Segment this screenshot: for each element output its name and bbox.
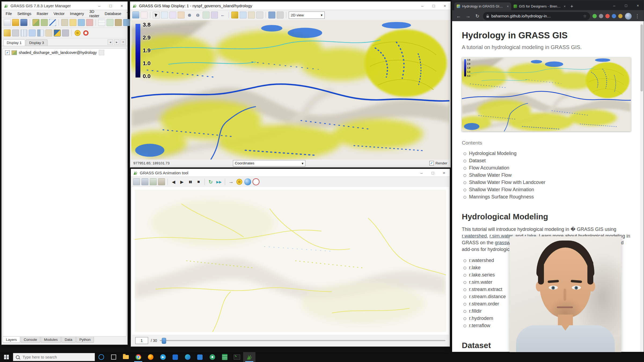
add-multiple-layers-icon[interactable] [61, 19, 68, 26]
digitize-icon[interactable] [4, 29, 11, 36]
chrome-button[interactable] [132, 352, 144, 362]
mapswipe-icon[interactable] [37, 29, 44, 36]
import-vector-icon[interactable] [123, 19, 130, 26]
layer-manager-titlebar[interactable]: GRASS GIS 7.8.3 Layer Manager – □ × [2, 2, 127, 10]
minimize-button[interactable]: – [417, 2, 428, 10]
contents-item[interactable]: Mannings Surface Roughness [462, 194, 631, 200]
add-group-icon[interactable] [69, 19, 76, 26]
graphical-modeler-icon[interactable] [29, 29, 36, 36]
edge-button[interactable] [181, 352, 194, 362]
select-features-icon[interactable] [161, 12, 168, 19]
code-editor-button[interactable] [194, 352, 206, 362]
close-button[interactable]: × [116, 2, 127, 10]
menu-settings[interactable]: Settings [15, 11, 34, 17]
import-raster-icon[interactable] [115, 19, 122, 26]
tab-scroll-right-button[interactable]: ▸ [114, 39, 119, 45]
new-tab-button[interactable]: + [568, 3, 576, 10]
open-workspace-icon[interactable] [12, 19, 19, 26]
mail-button[interactable] [169, 352, 181, 362]
task-view-button[interactable] [107, 352, 120, 362]
save-workspace-icon[interactable] [20, 19, 27, 26]
close-button[interactable]: × [438, 169, 450, 176]
link-r-watershed[interactable]: r.watershed [462, 233, 487, 239]
maximize-button[interactable]: □ [620, 1, 632, 10]
add-legend-icon[interactable] [248, 12, 255, 19]
stop-button[interactable]: ■ [195, 178, 202, 185]
pointer-icon[interactable] [153, 12, 160, 19]
profile-avatar[interactable] [625, 13, 632, 20]
tab-display-1[interactable]: Display 1 [3, 39, 25, 46]
extension-icon-5[interactable] [618, 14, 623, 18]
tab-console[interactable]: Console [21, 337, 41, 343]
maximize-button[interactable]: □ [428, 2, 439, 10]
remove-layer-icon[interactable] [86, 19, 93, 26]
statusbar-mode-select[interactable]: Coordinates ▾ [233, 160, 305, 167]
render-view-icon[interactable] [244, 178, 251, 185]
link-r-sim-water[interactable]: r.sim.water [489, 233, 513, 239]
qgis-button[interactable] [206, 352, 218, 362]
spreadsheet-button[interactable] [218, 352, 231, 362]
tab-data[interactable]: Data [61, 337, 76, 343]
add-animation-icon[interactable] [133, 178, 140, 185]
browser-menu-button[interactable]: ⋮ [634, 12, 641, 20]
zoom-back-icon[interactable]: ← [219, 12, 226, 19]
pan-icon[interactable] [178, 12, 185, 19]
zoom-in-icon[interactable]: ⊕ [186, 12, 193, 19]
menu-database[interactable]: Database [102, 11, 124, 17]
contents-item[interactable]: Hydrological Modeling [462, 150, 631, 157]
menu-vector[interactable]: Vector [51, 11, 67, 17]
browser-scrollbar[interactable] [640, 21, 643, 352]
tab-python[interactable]: Python [76, 337, 94, 343]
extension-icon-3[interactable] [605, 14, 610, 18]
layer-row[interactable]: ✓ shaded_discharge_with_landcover@hydrol… [3, 49, 126, 57]
menu-file[interactable]: File [3, 11, 14, 17]
reload-animation-icon[interactable] [150, 178, 157, 185]
reload-button[interactable]: ↻ [474, 12, 481, 20]
zoom-region-icon[interactable] [211, 12, 218, 19]
loop-button[interactable]: ↻ [207, 178, 214, 185]
time-settings-icon[interactable] [253, 178, 259, 185]
file-explorer-button[interactable] [120, 352, 132, 362]
edit-animation-icon[interactable] [141, 178, 148, 185]
frame-slider[interactable] [160, 338, 445, 343]
north-arrow-icon[interactable] [256, 12, 263, 19]
grass-gis-button[interactable] [243, 352, 255, 362]
tab-close-icon[interactable]: × [564, 4, 566, 8]
address-bar[interactable]: baharmon.github.io/hydrology-in… ☆ [483, 12, 590, 20]
frame-number-input[interactable]: 1 [135, 337, 148, 344]
profile-icon[interactable] [240, 12, 247, 19]
analyze-icon[interactable] [12, 29, 19, 36]
contents-item[interactable]: Flow Accumulation [462, 165, 631, 171]
tab-display-3[interactable]: Display 3 [26, 39, 48, 46]
search-input[interactable] [22, 355, 92, 360]
tab-scroll-left-button[interactable]: ◂ [108, 39, 113, 45]
animation-titlebar[interactable]: GRASS GIS Animation tool – □ × [131, 169, 450, 177]
browser-tab-hydrology[interactable]: Hydrology in GRASS GIS – Brend… × [454, 2, 511, 10]
zoom-out-icon[interactable]: ⊖ [194, 12, 201, 19]
modeler-icon[interactable] [107, 19, 114, 26]
menu-raster[interactable]: Raster [34, 11, 51, 17]
contents-item[interactable]: Dataset [462, 157, 631, 164]
cortana-button[interactable] [95, 352, 107, 362]
previous-frame-button[interactable]: ◀ [170, 178, 177, 185]
save-display-icon[interactable] [268, 12, 275, 19]
minimize-button[interactable]: – [416, 169, 427, 176]
map-display-titlebar[interactable]: GRASS GIS Map Display: 1 - nyspf_govenor… [130, 2, 451, 10]
raster-calculator-icon[interactable] [62, 29, 69, 36]
query-raster-icon[interactable] [169, 12, 176, 19]
firefox-button[interactable] [144, 352, 157, 362]
map-canvas[interactable]: 3.8 2.9 1.9 1.0 0.0 [131, 20, 449, 160]
maximize-button[interactable]: □ [105, 2, 116, 10]
play-forward-button[interactable]: ▶▶ [215, 178, 222, 185]
slider-handle[interactable] [162, 338, 166, 344]
georectify-icon[interactable] [20, 29, 27, 36]
contents-item[interactable]: Shallow Water Flow Animation [462, 186, 631, 193]
tab-close-button[interactable]: × [120, 39, 126, 45]
menu-3draster[interactable]: 3D raster [87, 9, 102, 19]
browser-tab-gis-designers[interactable]: GIS for Designers - Brendan Har… × [511, 2, 568, 10]
maximize-button[interactable]: □ [427, 169, 438, 176]
forward-button[interactable]: → [464, 12, 472, 20]
tab-close-icon[interactable]: × [507, 4, 509, 8]
scrollbar-thumb[interactable] [641, 24, 643, 91]
add-overlay-icon[interactable] [78, 19, 85, 26]
